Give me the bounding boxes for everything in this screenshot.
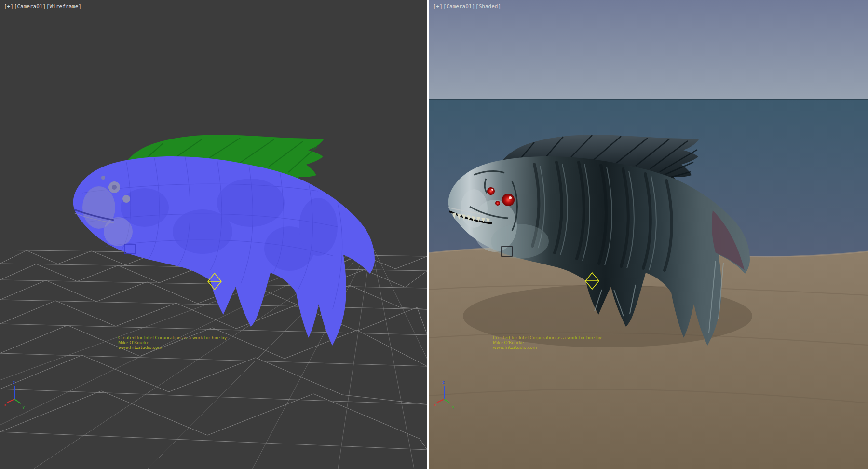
axis-x-label: x [4, 403, 7, 407]
viewport-wireframe[interactable]: Created for Intel Corporation as a work … [0, 0, 427, 472]
viewport-menu-shading[interactable]: [Wireframe] [46, 3, 81, 10]
viewport-shaded[interactable]: Created for Intel Corporation as a work … [429, 0, 868, 472]
credit-line-2: Mike O'Rourke [118, 340, 149, 345]
axis-z-label: z [442, 380, 445, 385]
viewport-label-wireframe: [+][Camera01][Wireframe] [4, 3, 82, 10]
viewport-menu-pov[interactable]: [Camera01] [14, 3, 46, 10]
ground-plane[interactable] [429, 246, 868, 472]
axis-z-label: z [13, 380, 15, 385]
credit-line-3: www.fritzstudio.com [118, 345, 162, 350]
wireframe-scene-canvas[interactable]: Created for Intel Corporation as a work … [0, 0, 427, 472]
app-window: Created for Intel Corporation as a work … [0, 0, 868, 472]
viewport-splitter[interactable] [427, 0, 429, 472]
shaded-scene-canvas[interactable]: Created for Intel Corporation as a work … [429, 0, 868, 472]
axis-y-label: y [22, 404, 25, 409]
axis-x-label: x [434, 403, 436, 407]
window-bottom-edge [0, 469, 868, 472]
viewport-menu-general[interactable]: [+] [4, 3, 14, 10]
sky-background [429, 0, 868, 100]
viewport-label-shaded: [+][Camera01][Shaded] [433, 3, 502, 10]
credit-line-1: Created for Intel Corporation as a work … [118, 335, 228, 340]
credit-line-1: Created for Intel Corporation as a work … [493, 335, 602, 340]
axis-y-label: y [452, 404, 455, 409]
viewport-menu-pov[interactable]: [Camera01] [443, 3, 475, 10]
viewport-menu-shading[interactable]: [Shaded] [475, 3, 501, 10]
viewport-menu-general[interactable]: [+] [433, 3, 443, 10]
credit-line-3: www.fritzstudio.com [493, 345, 537, 350]
credit-line-2: Mike O'Rourke [493, 340, 524, 345]
